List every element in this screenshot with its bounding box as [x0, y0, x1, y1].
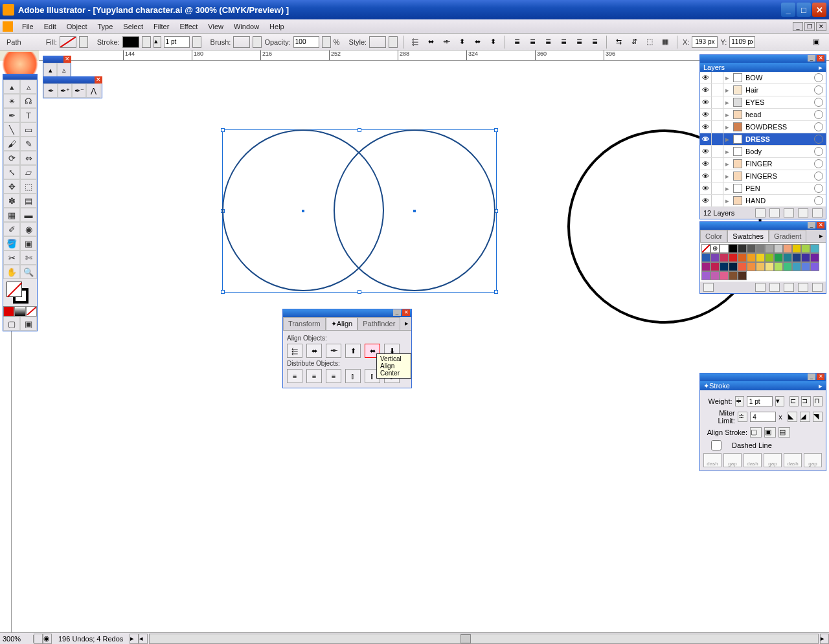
swatch[interactable] [710, 253, 720, 262]
dash-field[interactable]: dash [784, 453, 802, 467]
mesh-tool[interactable]: ▦ [3, 208, 20, 222]
menu-effect[interactable]: Effect [174, 21, 203, 32]
visibility-icon[interactable]: 👁 [700, 72, 712, 83]
close-button[interactable]: ✕ [812, 3, 826, 17]
tab-color[interactable]: Color [700, 230, 727, 242]
menu-edit[interactable]: Edit [39, 21, 62, 32]
st-min[interactable]: _ [808, 373, 815, 380]
dist-top-btn[interactable]: ≡ [287, 369, 302, 383]
swatch[interactable] [774, 262, 783, 271]
sw-new-icon[interactable] [798, 283, 808, 292]
lock-cell[interactable] [712, 72, 723, 83]
expand-icon[interactable]: ▸ [723, 197, 731, 205]
align-left-btn[interactable]: ⬱ [287, 344, 302, 358]
target-icon[interactable] [814, 184, 823, 193]
fill-swatch[interactable] [60, 36, 76, 48]
weight-input[interactable] [747, 396, 773, 406]
align-stroke-3[interactable]: ▤ [778, 427, 790, 438]
visibility-icon[interactable]: 👁 [700, 195, 712, 206]
swatch[interactable] [801, 244, 810, 253]
swatch[interactable] [810, 262, 819, 271]
swatch[interactable] [747, 244, 756, 253]
swatch[interactable] [710, 262, 720, 271]
dashed-checkbox[interactable] [703, 440, 729, 450]
menu-view[interactable]: View [203, 21, 229, 32]
paintbrush-tool[interactable]: 🖌 [3, 137, 20, 151]
visibility-icon[interactable]: 👁 [700, 183, 712, 194]
shear-tool[interactable]: ▱ [20, 165, 37, 179]
pen-add[interactable]: ✒⁺ [58, 83, 72, 98]
align-top-btn[interactable]: ⬆ [345, 344, 361, 358]
sw-close[interactable]: ✕ [817, 222, 824, 228]
handle-ne[interactable] [494, 128, 498, 132]
swatch[interactable] [738, 244, 747, 253]
visibility-icon[interactable]: 👁 [700, 158, 712, 170]
rectangle-tool[interactable]: ▭ [20, 122, 37, 137]
stroke-wt-stepper[interactable]: ▴ [153, 36, 161, 48]
mdi-close[interactable]: ✕ [816, 22, 826, 31]
transform-3-icon[interactable]: ⬚ [643, 36, 656, 49]
dist-5-icon[interactable]: ≣ [573, 36, 585, 49]
dist-vcenter-btn[interactable]: ≡ [306, 369, 322, 383]
join-2-icon[interactable]: ◢ [800, 412, 810, 422]
scroll-left[interactable]: ◂ [139, 634, 148, 644]
expand-icon[interactable]: ▸ [723, 148, 731, 156]
menu-filter[interactable]: Filter [148, 21, 174, 32]
expand-icon[interactable]: ▸ [723, 184, 731, 193]
lasso-tool[interactable]: ☊ [20, 94, 37, 108]
warp-tool[interactable]: ✥ [3, 179, 20, 194]
line-tool[interactable]: ╲ [3, 122, 20, 137]
lock-cell[interactable] [712, 109, 723, 120]
swatch[interactable] [738, 253, 747, 262]
stroke-menu-icon[interactable]: ▸ [819, 381, 823, 390]
opacity-drop[interactable] [322, 36, 331, 48]
layer-row[interactable]: 👁▸FINGER [700, 158, 826, 170]
magic-wand-tool[interactable]: ✴ [3, 94, 20, 108]
cap-1-icon[interactable]: ⊏ [789, 396, 799, 406]
locate-layer-icon[interactable] [755, 208, 766, 217]
sw-lib-icon[interactable] [703, 283, 714, 292]
swatch[interactable] [738, 262, 747, 271]
menu-object[interactable]: Object [62, 21, 93, 32]
h-scroll-thumb[interactable] [460, 634, 471, 643]
graph-tool[interactable]: ▤ [20, 194, 37, 208]
flyout2-close[interactable]: ✕ [95, 76, 102, 83]
layer-row[interactable]: 👁▸DRESS [700, 133, 826, 146]
swatch[interactable] [774, 253, 783, 262]
layer-row[interactable]: 👁▸Hair [700, 84, 826, 96]
handle-n[interactable] [358, 128, 361, 132]
swatch[interactable] [810, 253, 819, 262]
swatch[interactable] [701, 271, 710, 280]
swatch[interactable] [729, 244, 738, 253]
expand-icon[interactable]: ▸ [723, 135, 731, 144]
swatches-titlebar[interactable]: _✕ [700, 222, 826, 230]
swatch[interactable] [701, 253, 710, 262]
align-hcenter-icon[interactable]: ⬌ [424, 36, 437, 49]
direct-select-tool[interactable]: ▵ [20, 80, 37, 94]
zoom-field[interactable]: 300% [0, 635, 34, 643]
align-hcenter-btn[interactable]: ⬌ [306, 344, 322, 358]
layer-row[interactable]: 👁▸FINGERS [700, 170, 826, 183]
layers-menu-icon[interactable]: ▸ [819, 63, 823, 72]
swatch[interactable] [756, 244, 765, 253]
swatch[interactable] [783, 253, 792, 262]
lock-cell[interactable] [712, 158, 723, 170]
tab-align[interactable]: ✦Align [326, 317, 358, 330]
align-panel-titlebar[interactable]: _ ✕ [283, 309, 411, 317]
menu-window[interactable]: Window [229, 21, 264, 32]
align-right-icon[interactable]: ⬲ [440, 36, 453, 49]
swatch[interactable] [720, 262, 729, 271]
sw-opts-icon[interactable] [769, 283, 780, 292]
dash-field[interactable]: gap [764, 453, 782, 467]
swatch[interactable] [710, 271, 720, 280]
swatch-none[interactable] [701, 244, 710, 253]
stroke-dropdown[interactable] [142, 36, 151, 48]
layer-row[interactable]: 👁▸EYES [700, 96, 826, 109]
swatch[interactable] [801, 262, 810, 271]
swatch[interactable] [783, 262, 792, 271]
y-input[interactable] [729, 36, 755, 48]
selection-tool[interactable]: ▴ [3, 80, 20, 94]
status-drop[interactable]: ▸ [130, 634, 139, 644]
menu-select[interactable]: Select [118, 21, 148, 32]
lock-cell[interactable] [712, 121, 723, 133]
